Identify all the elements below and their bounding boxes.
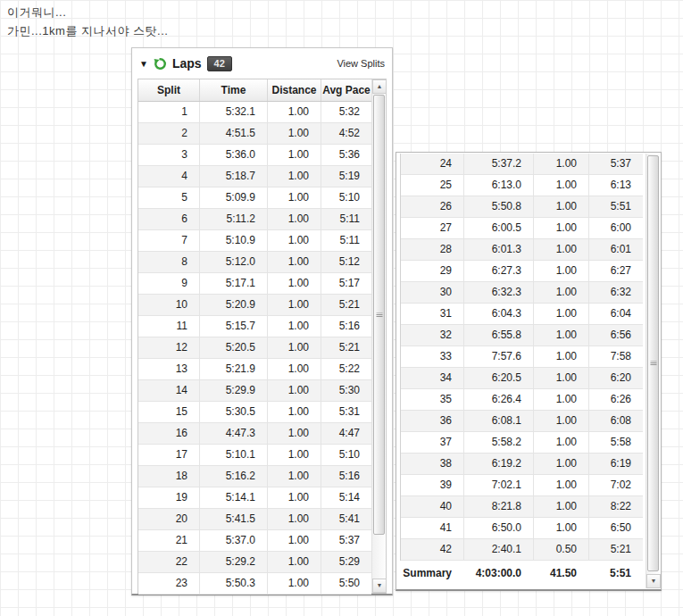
cell-split: 19 — [138, 487, 200, 508]
cell-split: 29 — [401, 261, 464, 281]
table-row[interactable]: 416:50.01.006:50 — [401, 518, 643, 539]
table-row[interactable]: 316:04.31.006:04 — [401, 304, 643, 325]
cell-time: 5:11.2 — [200, 209, 268, 229]
cell-distance: 1.00 — [268, 337, 321, 358]
cell-split: 32 — [401, 325, 464, 345]
table-row[interactable]: 145:29.91.005:30 — [138, 380, 371, 402]
cell-distance: 1.00 — [268, 145, 321, 165]
table-row[interactable]: 35:36.01.005:36 — [138, 145, 371, 166]
view-splits-link[interactable]: View Splits — [337, 58, 385, 69]
laps-table-header: Split Time Distance Avg Pace — [138, 79, 371, 102]
table-row[interactable]: 75:10.91.005:11 — [138, 230, 371, 252]
cell-distance: 1.00 — [534, 218, 589, 238]
scroll-down-button[interactable]: ▼ — [646, 574, 661, 588]
cell-distance: 1.00 — [534, 389, 589, 410]
table-row[interactable]: 55:09.91.005:10 — [138, 187, 371, 209]
table-row[interactable]: 85:12.01.005:12 — [138, 252, 371, 273]
column-header-distance: Distance — [268, 79, 321, 101]
collapse-icon[interactable]: ▼ — [139, 59, 148, 69]
cell-pace: 5:29 — [321, 552, 371, 572]
cell-distance: 1.00 — [268, 359, 321, 379]
table-row[interactable]: 45:18.71.005:19 — [138, 166, 371, 187]
cell-distance: 1.00 — [534, 154, 589, 174]
scroll-up-button[interactable]: ▲ — [372, 79, 387, 94]
table-row[interactable]: 346:20.51.006:20 — [401, 368, 643, 389]
table-row[interactable]: 65:11.21.005:11 — [138, 209, 371, 230]
table-row[interactable]: 397:02.11.007:02 — [401, 475, 643, 496]
table-row[interactable]: 408:21.81.008:22 — [401, 496, 643, 518]
cell-time: 5:21.9 — [200, 359, 268, 379]
note-line-1: 이거뭐니... — [7, 4, 66, 21]
cell-time: 5:41.5 — [200, 509, 268, 529]
continuation-scrollbar[interactable]: ▼ — [646, 154, 660, 588]
table-row[interactable]: 306:32.31.006:32 — [401, 282, 643, 304]
scroll-down-button[interactable]: ▼ — [372, 579, 387, 593]
laps-table-scrollbar[interactable]: ▲ ▼ — [371, 79, 386, 593]
table-row[interactable]: 215:37.01.005:37 — [138, 530, 371, 552]
column-header-avg-pace: Avg Pace — [321, 79, 371, 101]
summary-time: 4:03:00.0 — [463, 561, 533, 586]
table-row[interactable]: 235:50.31.005:50 — [138, 573, 371, 595]
cell-pace: 5:21 — [321, 295, 371, 315]
cell-distance: 1.00 — [534, 239, 589, 260]
cell-time: 5:16.2 — [200, 466, 268, 487]
table-row[interactable]: 422:40.10.505:21 — [401, 539, 643, 561]
cell-split: 12 — [138, 337, 200, 358]
table-row[interactable]: 175:10.11.005:10 — [138, 445, 371, 466]
cell-time: 5:36.0 — [200, 145, 268, 165]
table-row[interactable]: 135:21.91.005:22 — [138, 359, 371, 380]
table-row[interactable]: 185:16.21.005:16 — [138, 466, 371, 487]
cell-pace: 6:00 — [589, 218, 643, 238]
table-row[interactable]: 24:51.51.004:52 — [138, 123, 371, 145]
table-row[interactable]: 256:13.01.006:13 — [401, 175, 643, 196]
cell-time: 6:32.3 — [464, 282, 534, 303]
table-row[interactable]: 265:50.81.005:51 — [401, 196, 643, 218]
cell-distance: 1.00 — [534, 496, 589, 517]
table-row[interactable]: 105:20.91.005:21 — [138, 295, 371, 316]
table-row[interactable]: 125:20.51.005:21 — [138, 337, 371, 359]
table-row[interactable]: 276:00.51.006:00 — [401, 218, 643, 239]
cell-distance: 1.00 — [534, 518, 589, 538]
cell-time: 5:17.1 — [200, 273, 268, 294]
cell-distance: 1.00 — [534, 432, 589, 453]
table-row[interactable]: 15:32.11.005:32 — [138, 102, 371, 123]
table-row[interactable]: 356:26.41.006:26 — [401, 389, 643, 411]
cell-split: 13 — [138, 359, 200, 379]
scrollbar-thumb[interactable] — [647, 155, 659, 571]
table-row[interactable]: 225:29.21.005:29 — [138, 552, 371, 573]
cell-split: 11 — [138, 316, 200, 337]
table-row[interactable]: 375:58.21.005:58 — [401, 432, 643, 454]
table-row[interactable]: 115:15.71.005:16 — [138, 316, 371, 337]
cell-pace: 5:22 — [321, 359, 371, 379]
cell-time: 5:32.1 — [200, 102, 268, 122]
cell-pace: 6:01 — [589, 239, 643, 260]
table-row[interactable]: 386:19.21.006:19 — [401, 454, 643, 475]
column-header-split: Split — [138, 79, 200, 101]
cell-split: 33 — [401, 346, 464, 367]
cell-time: 5:30.5 — [200, 402, 268, 422]
cell-time: 5:09.9 — [200, 187, 268, 208]
table-row[interactable]: 155:30.51.005:31 — [138, 402, 371, 423]
cell-time: 8:21.8 — [464, 496, 534, 517]
table-row[interactable]: 95:17.11.005:17 — [138, 273, 371, 295]
table-row[interactable]: 337:57.61.007:58 — [401, 346, 643, 368]
table-row[interactable]: 296:27.31.006:27 — [401, 261, 643, 282]
cell-split: 20 — [138, 509, 200, 529]
cell-split: 37 — [401, 432, 464, 453]
table-row[interactable]: 195:14.11.005:14 — [138, 487, 371, 509]
table-row[interactable]: 205:41.51.005:41 — [138, 509, 371, 530]
cell-time: 5:20.5 — [200, 337, 268, 358]
cell-pace: 4:47 — [321, 423, 371, 444]
table-row[interactable]: 164:47.31.004:47 — [138, 423, 371, 445]
cell-pace: 4:52 — [321, 123, 371, 144]
table-row[interactable]: 326:55.81.006:56 — [401, 325, 643, 346]
table-row[interactable]: 245:37.21.005:37 — [401, 154, 643, 175]
laps-refresh-icon — [154, 57, 167, 71]
cell-distance: 1.00 — [268, 166, 321, 187]
table-row[interactable]: 366:08.11.006:08 — [401, 411, 643, 432]
cell-distance: 1.00 — [268, 316, 321, 337]
lap-count-badge: 42 — [207, 56, 232, 71]
table-row[interactable]: 286:01.31.006:01 — [401, 239, 643, 261]
scrollbar-thumb[interactable] — [373, 95, 385, 535]
widget-title: Laps — [172, 56, 202, 71]
